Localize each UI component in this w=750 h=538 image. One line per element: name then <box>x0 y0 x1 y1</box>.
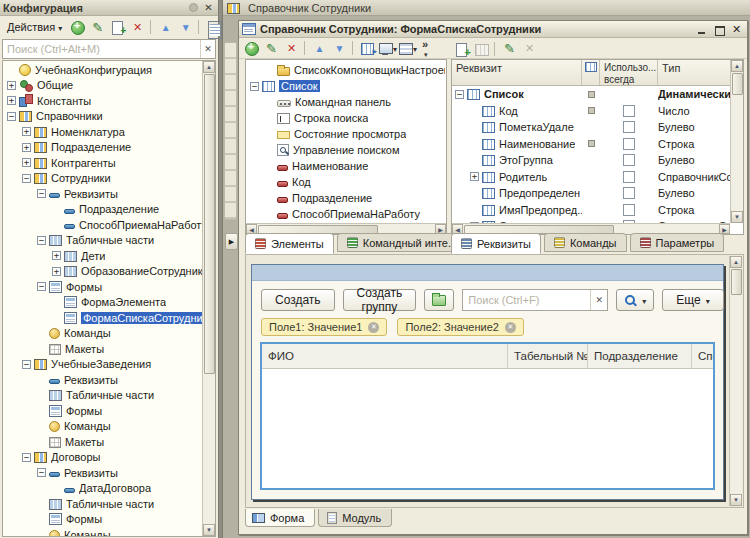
element-item[interactable]: Командная панель <box>247 94 445 110</box>
tree-item[interactable]: ФормаЭлемента <box>4 295 202 311</box>
Список[interactable]: − Список ДинамическийСписок <box>452 86 730 103</box>
expander-icon[interactable]: − <box>22 174 31 183</box>
column-header-attribute[interactable]: Реквизит <box>452 60 582 85</box>
tree-item[interactable]: + Дети <box>4 248 202 264</box>
tree-item[interactable]: + ОбразованиеСотрудника <box>4 264 202 280</box>
table-column-header[interactable]: Подразделение <box>588 344 692 368</box>
tree-item[interactable]: − УчебныеЗаведения <box>4 357 202 373</box>
table-column-header[interactable]: Табельный № <box>508 344 588 368</box>
table-column-header[interactable]: ФИО <box>262 344 508 368</box>
element-item[interactable]: Состояние просмотра <box>247 126 445 142</box>
scroll-up-icon[interactable] <box>203 61 215 73</box>
attributes-vscrollbar[interactable] <box>730 60 743 223</box>
ЭтоГруппа[interactable]: ЭтоГруппа Булево <box>452 152 730 169</box>
tree-item[interactable]: + Номенклатура <box>4 124 202 140</box>
window-control-button[interactable] <box>729 23 744 36</box>
expander-icon[interactable]: + <box>52 251 61 260</box>
toolbar-button[interactable] <box>472 40 491 57</box>
expander-icon[interactable]: − <box>455 90 464 99</box>
use-always-checkbox[interactable] <box>623 121 635 133</box>
configuration-tree-scrollbar[interactable] <box>202 61 215 536</box>
toolbar-button[interactable] <box>378 40 397 57</box>
element-item[interactable]: Код <box>247 174 445 190</box>
more-button[interactable]: Еще <box>662 289 723 311</box>
element-item[interactable]: Наименование <box>247 158 445 174</box>
actions-menu-button[interactable]: Действия <box>2 19 67 35</box>
scroll-down-icon[interactable] <box>203 524 215 536</box>
expander-icon[interactable]: + <box>470 172 479 181</box>
form-table-body[interactable] <box>262 369 713 488</box>
tree-item[interactable]: Команды <box>4 419 202 435</box>
designer-vscrollbar[interactable] <box>729 256 742 506</box>
toolbar-button[interactable] <box>358 40 377 57</box>
tree-item[interactable]: + Константы <box>4 93 202 109</box>
ПометкаУдале[interactable]: ПометкаУдале Булево <box>452 119 730 136</box>
scrollbar-thumb[interactable] <box>204 74 215 374</box>
expander-icon[interactable]: + <box>22 127 31 136</box>
create-button[interactable]: Создать <box>261 289 335 311</box>
tree-item[interactable]: Формы <box>4 403 202 419</box>
toolbar-button[interactable] <box>156 19 175 36</box>
element-item[interactable]: Управление поиском <box>247 142 445 158</box>
use-always-checkbox[interactable] <box>623 154 635 166</box>
tab-command-interface[interactable]: Командный инте... <box>337 233 467 252</box>
Наименование[interactable]: Наименование Строка <box>452 136 730 153</box>
tree-item[interactable]: Реквизиты <box>4 372 202 388</box>
use-always-checkbox[interactable] <box>623 187 635 199</box>
tree-item[interactable]: Макеты <box>4 341 202 357</box>
scroll-up-icon[interactable] <box>730 256 742 268</box>
filter-chip[interactable]: Поле2: Значение2 <box>397 318 523 336</box>
tab-attributes[interactable]: Реквизиты <box>451 233 541 254</box>
use-always-checkbox[interactable] <box>623 105 635 117</box>
toolbar-button[interactable] <box>88 19 107 36</box>
expander-icon[interactable]: − <box>22 360 31 369</box>
tree-item[interactable]: + Общие <box>4 78 202 94</box>
form-designer-titlebar[interactable]: Справочник Сотрудники: ФормаСпискаСотруд… <box>239 21 747 38</box>
tree-item[interactable]: Подразделение <box>4 202 202 218</box>
element-item[interactable]: Подразделение <box>247 190 445 206</box>
tree-item[interactable]: − Справочники <box>4 109 202 125</box>
expander-icon[interactable]: − <box>37 236 46 245</box>
expander-icon[interactable]: + <box>22 158 31 167</box>
find-button[interactable] <box>616 289 654 311</box>
expander-icon[interactable]: − <box>37 468 46 477</box>
table-column-header[interactable]: Спо <box>692 344 715 368</box>
element-item[interactable]: Строка поиска <box>247 110 445 126</box>
column-header-use-always[interactable]: Использо... всегда <box>600 60 658 85</box>
tree-item[interactable]: Формы <box>4 512 202 528</box>
expander-icon[interactable]: − <box>250 82 259 91</box>
toolbar-button[interactable] <box>128 19 147 36</box>
toolbar-button[interactable] <box>330 40 349 57</box>
expander-icon[interactable]: + <box>52 267 61 276</box>
toolbar-button[interactable] <box>108 19 127 36</box>
tree-item[interactable]: + Контрагенты <box>4 155 202 171</box>
scroll-down-icon[interactable] <box>730 494 742 506</box>
tree-item[interactable]: Табличные части <box>4 388 202 404</box>
toolbar-button[interactable] <box>310 40 329 57</box>
tab-parameters[interactable]: Параметры <box>630 233 725 252</box>
tree-item[interactable]: − Договоры <box>4 450 202 466</box>
use-always-checkbox[interactable] <box>623 171 635 183</box>
tree-item[interactable]: ДатаДоговора <box>4 481 202 497</box>
expander-icon[interactable]: − <box>22 453 31 462</box>
tree-item[interactable]: ФормаСпискаСотрудники <box>4 310 202 326</box>
tree-item[interactable]: Команды <box>4 326 202 342</box>
use-always-checkbox[interactable] <box>623 204 635 216</box>
catalog-window-titlebar[interactable]: Справочник Сотрудники <box>223 0 750 16</box>
element-item[interactable]: − Список <box>247 78 445 94</box>
tree-item[interactable]: − Реквизиты <box>4 186 202 202</box>
toolbar-button[interactable] <box>452 40 471 57</box>
toolbar-button[interactable] <box>242 40 261 57</box>
Код[interactable]: Код Число <box>452 103 730 120</box>
tree-item[interactable]: + Подразделение <box>4 140 202 156</box>
create-group-icon-button[interactable] <box>424 289 454 311</box>
toolbar-button[interactable] <box>398 40 417 57</box>
toolbar-button[interactable] <box>68 19 87 36</box>
tree-item[interactable]: Макеты <box>4 434 202 450</box>
expander-icon[interactable]: − <box>37 189 46 198</box>
pin-icon[interactable] <box>189 3 198 12</box>
toolbar-button[interactable] <box>520 40 539 57</box>
tree-item[interactable]: Команды <box>4 527 202 536</box>
clear-icon[interactable] <box>590 290 607 310</box>
scrollbar-thumb[interactable] <box>732 73 743 95</box>
